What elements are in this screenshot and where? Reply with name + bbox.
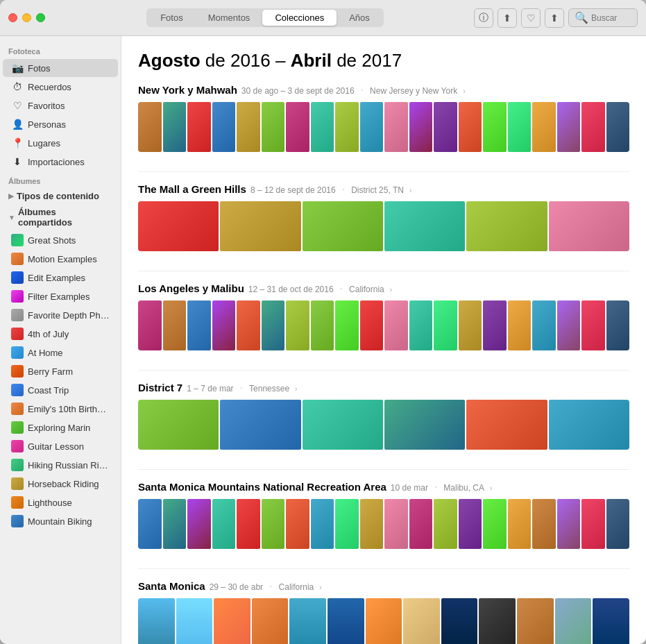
photo-cell[interactable] [335, 102, 359, 152]
photo-cell[interactable] [483, 499, 507, 549]
collection-location[interactable]: New Jersey y New York [370, 86, 457, 96]
photo-cell[interactable] [262, 499, 285, 549]
photo-cell[interactable] [557, 102, 581, 152]
search-box[interactable]: 🔍 [568, 8, 638, 27]
photo-cell[interactable] [163, 300, 187, 350]
collection-title[interactable]: Santa Monica Mountains National Recreati… [138, 481, 386, 493]
tab-anios[interactable]: Años [337, 10, 382, 26]
photo-cell[interactable] [138, 102, 162, 152]
photo-cell[interactable] [508, 102, 532, 152]
photo-cell[interactable] [409, 499, 433, 549]
sidebar-item-horseback-riding[interactable]: Horseback Riding [3, 475, 118, 493]
sidebar-item-fotos[interactable]: 📷 Fotos [3, 59, 118, 77]
photo-cell[interactable] [360, 300, 384, 350]
photo-cell[interactable] [606, 499, 630, 549]
info-button[interactable]: ⓘ [474, 8, 493, 28]
photo-cell[interactable] [384, 201, 465, 251]
sidebar-item-mountain-biking[interactable]: Mountain Biking [3, 512, 118, 530]
photo-cell[interactable] [335, 300, 359, 350]
photo-cell[interactable] [409, 300, 433, 350]
photo-cell[interactable] [508, 300, 532, 350]
photo-strip[interactable] [138, 400, 629, 450]
sidebar-item-lugares[interactable]: 📍 Lugares [3, 134, 118, 152]
sidebar-item-filter-examples[interactable]: Filter Examples [3, 287, 118, 305]
photo-cell[interactable] [549, 400, 629, 450]
photo-cell[interactable] [138, 300, 162, 350]
collection-title[interactable]: The Mall a Green Hills [138, 183, 246, 195]
photo-cell[interactable] [176, 598, 213, 644]
photo-cell[interactable] [555, 598, 592, 644]
sidebar-item-favorite-depth-photo[interactable]: Favorite Depth Photo [3, 306, 118, 324]
photo-strip[interactable] [138, 598, 629, 644]
sidebar-item-guitar-lesson[interactable]: Guitar Lesson [3, 437, 118, 455]
sidebar-item-berry-farm[interactable]: Berry Farm [3, 362, 118, 380]
maximize-button[interactable] [36, 13, 45, 22]
photo-cell[interactable] [466, 201, 547, 251]
collection-location[interactable]: District 25, TN [351, 185, 404, 195]
minimize-button[interactable] [22, 13, 31, 22]
collection-title[interactable]: Santa Monica [138, 580, 205, 592]
photo-cell[interactable] [311, 499, 334, 549]
photo-cell[interactable] [311, 102, 334, 152]
sidebar-item-exploring-marin[interactable]: Exploring Marin [3, 418, 118, 437]
photo-cell[interactable] [138, 499, 162, 549]
photo-cell[interactable] [459, 499, 482, 549]
sidebar-item-at-home[interactable]: At Home [3, 344, 118, 362]
photo-cell[interactable] [187, 499, 211, 549]
photo-cell[interactable] [434, 300, 457, 350]
photo-cell[interactable] [237, 499, 260, 549]
photo-cell[interactable] [212, 300, 236, 350]
photo-cell[interactable] [237, 300, 260, 350]
collection-title[interactable]: District 7 [138, 382, 182, 393]
upload-button[interactable]: ⬆ [545, 8, 564, 28]
sidebar-group-tipos[interactable]: ▶ Tipos de contenido [0, 188, 121, 204]
photo-cell[interactable] [483, 102, 507, 152]
photo-cell[interactable] [517, 598, 554, 644]
photo-strip[interactable] [138, 300, 629, 350]
photo-cell[interactable] [581, 499, 605, 549]
photo-cell[interactable] [532, 300, 556, 350]
collection-location[interactable]: California [349, 285, 384, 294]
photo-cell[interactable] [252, 598, 289, 644]
photo-cell[interactable] [286, 102, 309, 152]
collection-title[interactable]: Los Angeles y Malibu [138, 282, 244, 294]
photo-cell[interactable] [593, 598, 629, 644]
photo-cell[interactable] [138, 400, 219, 450]
photo-cell[interactable] [479, 598, 516, 644]
photo-cell[interactable] [532, 499, 556, 549]
photo-cell[interactable] [581, 102, 605, 152]
close-button[interactable] [8, 13, 17, 22]
photo-cell[interactable] [581, 300, 605, 350]
sidebar-item-edit-examples[interactable]: Edit Examples [3, 269, 118, 287]
sidebar-item-emilys-birthday[interactable]: Emily's 10th Birthday [3, 400, 118, 418]
sidebar-item-favoritos[interactable]: ♡ Favoritos [3, 96, 118, 115]
photo-cell[interactable] [311, 300, 334, 350]
photo-cell[interactable] [508, 499, 532, 549]
photo-cell[interactable] [606, 102, 630, 152]
photo-cell[interactable] [606, 300, 630, 350]
collection-location[interactable]: Tennessee [249, 384, 289, 393]
collection-location[interactable]: Malibu, CA [443, 483, 484, 493]
photo-cell[interactable] [483, 300, 507, 350]
photo-cell[interactable] [212, 499, 236, 549]
photo-cell[interactable] [441, 598, 478, 644]
search-input[interactable] [591, 13, 640, 23]
photo-cell[interactable] [262, 102, 285, 152]
photo-strip[interactable] [138, 201, 629, 251]
sidebar-group-compartidos[interactable]: ▼ Álbumes compartidos [0, 204, 121, 230]
photo-cell[interactable] [409, 102, 433, 152]
photo-cell[interactable] [434, 102, 457, 152]
collection-title[interactable]: New York y Mahwah [138, 84, 237, 96]
sidebar-item-motion-examples[interactable]: Motion Examples [3, 250, 118, 268]
photo-cell[interactable] [187, 300, 211, 350]
photo-cell[interactable] [384, 499, 408, 549]
photo-strip[interactable] [138, 102, 629, 152]
photo-cell[interactable] [403, 598, 440, 644]
sidebar-item-great-shots[interactable]: Great Shots [3, 231, 118, 249]
photo-cell[interactable] [289, 598, 326, 644]
tab-fotos[interactable]: Fotos [148, 10, 196, 26]
tab-colecciones[interactable]: Colecciones [262, 10, 337, 26]
photo-cell[interactable] [138, 201, 219, 251]
photo-cell[interactable] [434, 499, 457, 549]
sidebar-item-coast-trip[interactable]: Coast Trip [3, 381, 118, 399]
